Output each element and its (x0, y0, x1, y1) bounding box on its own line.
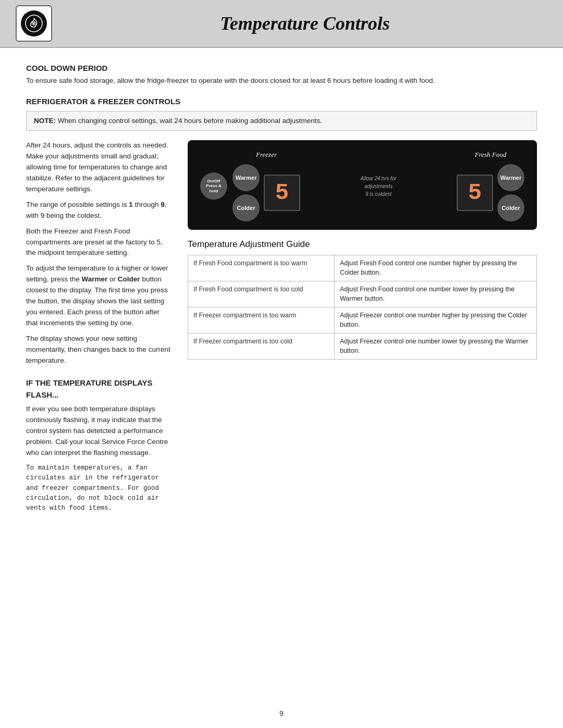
page-header: ® Temperature Controls (0, 0, 563, 48)
guide-table: If Fresh Food compartment is too warmAdj… (188, 255, 537, 360)
para3: Both the Freezer and Fresh Food compartm… (26, 226, 172, 259)
guide-condition-3: If Freezer compartment is too warm (188, 307, 335, 334)
if-temp-para1: If ever you see both temperature display… (26, 404, 172, 459)
center-info: Allow 24 hrs for adjustments 9 is coldes… (347, 175, 410, 198)
guide-action-3: Adjust Freezer control one number higher… (334, 307, 536, 334)
left-column: After 24 hours, adjust the controls as n… (26, 140, 172, 366)
cool-down-body: To ensure safe food storage, allow the f… (26, 76, 537, 87)
note-label: NOTE: (34, 117, 56, 125)
middle-section: After 24 hours, adjust the controls as n… (26, 140, 537, 366)
guide-action-2: Adjust Fresh Food control one number low… (334, 281, 536, 307)
cool-down-heading: Cool Down Period (26, 64, 537, 72)
freezer-controls: On/OffPress &hold (200, 172, 227, 200)
bottom-section: If The Temperature Displays Flash... If … (26, 377, 537, 519)
para2: The range of possible settings is 1 thro… (26, 200, 172, 221)
guide-row-3: If Freezer compartment is too warmAdjust… (188, 307, 537, 334)
freshfood-side: Fresh Food 5 Warmer Colder (457, 151, 524, 221)
svg-text:®: ® (32, 20, 36, 27)
center-line1: Allow 24 hrs for (347, 175, 410, 182)
control-panel: On/OffPress &hold Freezer Warmer Colder … (188, 140, 537, 230)
if-temp-heading: If The Temperature Displays Flash... (26, 377, 172, 401)
guide-action-1: Adjust Fresh Food control one number hig… (334, 255, 536, 281)
para5: The display shows your new setting momen… (26, 334, 172, 366)
page-number: 9 (279, 709, 284, 718)
freezer-colder-button[interactable]: Colder (232, 194, 260, 221)
bottom-left: If The Temperature Displays Flash... If … (26, 377, 172, 519)
freezer-label: Freezer (256, 151, 277, 159)
note-box: NOTE: When changing control settings, wa… (26, 111, 537, 131)
if-temp-para2: To maintain temperatures, a fan circulat… (26, 463, 172, 514)
guide-action-4: Adjust Freezer control one number lower … (334, 334, 536, 360)
freezer-warmer-button[interactable]: Warmer (232, 164, 260, 191)
guide-row-2: If Fresh Food compartment is too coldAdj… (188, 281, 537, 307)
note-text: When changing control settings, wait 24 … (56, 117, 322, 125)
guide-condition-2: If Fresh Food compartment is too cold (188, 281, 335, 307)
freezer-onoff-button[interactable]: On/OffPress &hold (200, 172, 227, 200)
center-line3: 9 is coldest (347, 190, 410, 198)
guide-title: Temperature Adjustment Guide (188, 239, 537, 250)
page-content: Cool Down Period To ensure safe food sto… (0, 48, 563, 550)
guide-condition-1: If Fresh Food compartment is too warm (188, 255, 335, 281)
ref-freezer-heading: Refrigerator & Freezer Controls (26, 97, 537, 106)
logo-icon: ® (21, 10, 47, 36)
freshfood-display: 5 (457, 175, 493, 211)
freshfood-warmer-button[interactable]: Warmer (497, 164, 524, 191)
page-title: Temperature Controls (63, 13, 547, 34)
guide-row-1: If Fresh Food compartment is too warmAdj… (188, 255, 537, 281)
para4: To adjust the temperature to a higher or… (26, 263, 172, 329)
guide-condition-4: If Freezer compartment is too cold (188, 334, 335, 360)
freezer-display: 5 (264, 175, 300, 211)
right-column: On/OffPress &hold Freezer Warmer Colder … (188, 140, 537, 366)
guide-row-4: If Freezer compartment is too coldAdjust… (188, 334, 537, 360)
freezer-side: On/OffPress &hold Freezer Warmer Colder … (200, 151, 300, 221)
logo: ® (16, 5, 52, 42)
freshfood-colder-button[interactable]: Colder (497, 194, 524, 221)
freshfood-label: Fresh Food (475, 151, 507, 159)
para1: After 24 hours, adjust the controls as n… (26, 140, 172, 195)
center-line2: adjustments (347, 182, 410, 190)
